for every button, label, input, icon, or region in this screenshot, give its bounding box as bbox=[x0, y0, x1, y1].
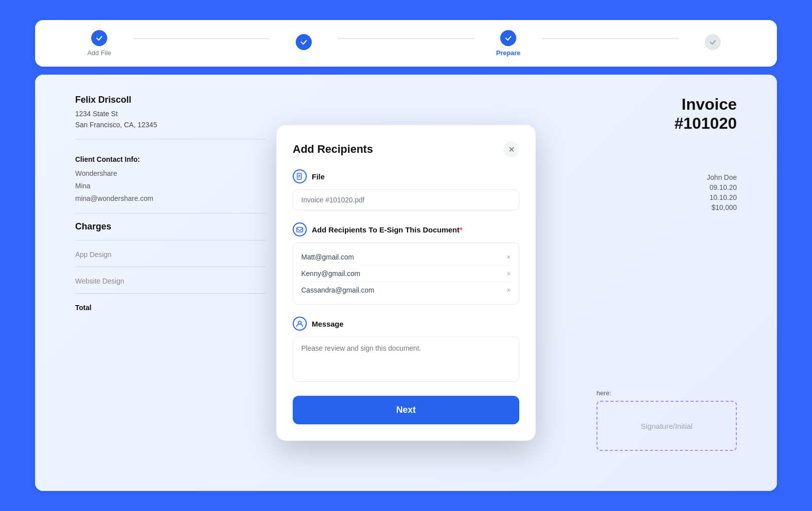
next-button[interactable]: Next bbox=[293, 396, 519, 424]
modal-header: Add Recipients ✕ bbox=[293, 141, 519, 157]
message-section-label: Message bbox=[312, 320, 343, 328]
modal-overlay: Add Recipients ✕ File bbox=[35, 75, 777, 491]
step-connector-1 bbox=[133, 38, 270, 39]
add-recipients-modal: Add Recipients ✕ File bbox=[276, 124, 536, 441]
recipients-section-header: Add Recipients To E-Sign This Document* bbox=[293, 222, 519, 236]
step-add-file-label: Add File bbox=[87, 49, 111, 57]
recipient-email-2: Kenny@gmail.com bbox=[301, 270, 360, 278]
modal-close-button[interactable]: ✕ bbox=[503, 141, 519, 157]
main-content: Felix Driscoll 1234 State St San Francis… bbox=[35, 75, 777, 491]
step-4 bbox=[679, 34, 747, 53]
recipient-email-3: Cassandra@gmail.com bbox=[301, 286, 374, 294]
step-4-icon bbox=[705, 34, 721, 50]
file-input[interactable] bbox=[293, 189, 519, 210]
message-textarea[interactable] bbox=[293, 337, 519, 382]
step-connector-3 bbox=[542, 38, 679, 39]
recipient-row-1: Matt@gmail.com × bbox=[301, 249, 511, 265]
recipients-section-label: Add Recipients To E-Sign This Document* bbox=[312, 225, 463, 234]
recipient-email-1: Matt@gmail.com bbox=[301, 253, 354, 261]
remove-recipient-2-button[interactable]: × bbox=[507, 270, 511, 278]
app-container: Add File Prepare bbox=[35, 20, 777, 491]
message-section-icon bbox=[293, 317, 307, 331]
step-prepare: Prepare bbox=[474, 30, 542, 57]
svg-rect-4 bbox=[297, 227, 303, 232]
required-asterisk: * bbox=[460, 225, 463, 234]
file-section-icon bbox=[293, 169, 307, 183]
step-add-file: Add File bbox=[65, 30, 133, 57]
message-section-header: Message bbox=[293, 317, 519, 331]
modal-title: Add Recipients bbox=[293, 143, 373, 156]
recipient-row-3: Cassandra@gmail.com × bbox=[301, 282, 511, 298]
file-section-header: File bbox=[293, 169, 519, 183]
step-connector-2 bbox=[338, 38, 474, 39]
step-prepare-label: Prepare bbox=[496, 49, 520, 57]
step-2 bbox=[270, 34, 338, 53]
svg-point-5 bbox=[298, 321, 301, 324]
progress-bar: Add File Prepare bbox=[35, 20, 777, 67]
recipients-list: Matt@gmail.com × Kenny@gmail.com × Cassa… bbox=[293, 242, 519, 305]
step-prepare-icon bbox=[500, 30, 516, 46]
remove-recipient-1-button[interactable]: × bbox=[507, 253, 511, 261]
step-2-icon bbox=[296, 34, 312, 50]
file-section-label: File bbox=[312, 172, 325, 181]
recipient-row-2: Kenny@gmail.com × bbox=[301, 265, 511, 282]
step-add-file-icon bbox=[91, 30, 107, 46]
recipients-section-icon bbox=[293, 222, 307, 236]
remove-recipient-3-button[interactable]: × bbox=[507, 286, 511, 294]
